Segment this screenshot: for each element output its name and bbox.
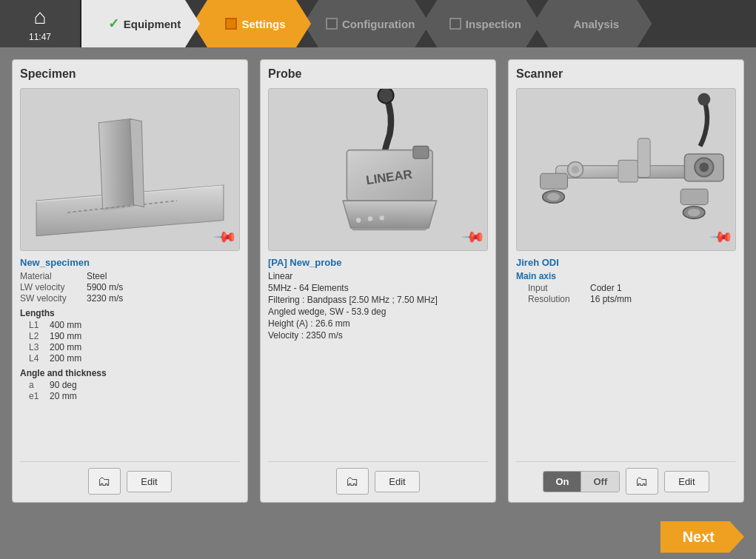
lw-value: 5900 m/s: [87, 282, 123, 292]
specimen-edit-button[interactable]: Edit: [127, 471, 171, 492]
tab-settings[interactable]: Settings: [193, 0, 311, 47]
svg-rect-24: [680, 189, 708, 204]
specimen-name: New_specimen: [20, 257, 240, 268]
on-button[interactable]: On: [543, 472, 581, 492]
lw-label: LW velocity: [20, 282, 87, 292]
scanner-image: 📌: [516, 88, 736, 251]
folder-icon: 🗂: [635, 474, 649, 489]
l1-label: L1: [20, 320, 50, 330]
svg-point-13: [368, 216, 372, 221]
clock-display: 11:47: [29, 32, 51, 42]
resolution-label: Resolution: [516, 294, 590, 304]
next-button[interactable]: Next: [660, 521, 744, 553]
l3-label: L3: [20, 342, 50, 352]
probe-name: [PA] New_probe: [268, 257, 488, 268]
svg-marker-11: [351, 228, 429, 230]
svg-rect-21: [541, 173, 568, 189]
material-label: Material: [20, 271, 87, 281]
svg-rect-17: [638, 138, 650, 178]
tab-configuration-label: Configuration: [342, 18, 415, 30]
home-button[interactable]: ⌂ 11:47: [0, 0, 81, 47]
svg-point-20: [700, 163, 709, 173]
folder-icon: 🗂: [98, 474, 111, 489]
input-label: Input: [516, 283, 590, 293]
off-button[interactable]: Off: [581, 472, 619, 492]
probe-wedge: Angled wedge, SW - 53.9 deg: [268, 307, 386, 317]
bottom-bar: Next: [0, 515, 756, 559]
folder-icon: 🗂: [346, 474, 359, 489]
svg-point-14: [380, 215, 384, 220]
l2-value: 190 mm: [50, 331, 81, 341]
main-axis-label: Main axis: [516, 271, 736, 281]
angle-title: Angle and thickness: [20, 368, 240, 378]
lengths-title: Lengths: [20, 308, 240, 318]
probe-card: Probe LINEAR: [260, 59, 496, 503]
e1-value: 20 mm: [50, 391, 77, 401]
probe-type: Linear: [268, 271, 292, 281]
svg-point-29: [572, 166, 580, 174]
scanner-actions: On Off 🗂 Edit: [516, 461, 736, 495]
probe-edit-button[interactable]: Edit: [375, 471, 419, 492]
specimen-info: New_specimen Material Steel LW velocity …: [20, 257, 240, 455]
specimen-card: Specimen: [12, 59, 248, 503]
square-icon: [225, 18, 237, 30]
svg-point-12: [356, 218, 361, 222]
svg-point-15: [698, 93, 710, 106]
a-label: a: [20, 380, 50, 390]
material-value: Steel: [87, 271, 107, 281]
l4-label: L4: [20, 353, 50, 364]
probe-title: Probe: [268, 67, 488, 81]
svg-point-6: [378, 89, 394, 103]
scanner-info: Jireh ODI Main axis Input Coder 1 Resolu…: [516, 257, 736, 455]
e1-label: e1: [20, 391, 50, 401]
probe-velocity: Velocity : 2350 m/s: [268, 330, 343, 341]
square-icon: [326, 18, 338, 30]
sw-value: 3230 m/s: [87, 293, 123, 304]
l2-label: L2: [20, 331, 50, 341]
probe-image: LINEAR 📌: [268, 88, 488, 251]
l4-value: 200 mm: [50, 353, 81, 364]
a-value: 90 deg: [50, 380, 77, 390]
resolution-value: 16 pts/mm: [590, 294, 632, 304]
specimen-folder-button[interactable]: 🗂: [88, 468, 121, 495]
square-icon: [449, 18, 461, 30]
l3-value: 200 mm: [50, 342, 81, 352]
svg-point-23: [547, 193, 560, 201]
specimen-illustration: [21, 89, 239, 250]
tab-equipment[interactable]: ✓ Equipment: [81, 0, 200, 47]
probe-freq: 5MHz - 64 Elements: [268, 283, 349, 293]
specimen-actions: 🗂 Edit: [20, 461, 240, 495]
probe-folder-button[interactable]: 🗂: [336, 468, 369, 495]
scanner-card: Scanner: [508, 59, 744, 503]
svg-marker-2: [98, 119, 133, 209]
tab-configuration[interactable]: Configuration: [304, 0, 429, 47]
probe-filtering: Filtering : Bandpass [2.50 MHz ; 7.50 MH…: [268, 295, 438, 305]
scanner-folder-button[interactable]: 🗂: [626, 468, 658, 495]
svg-point-26: [688, 209, 700, 217]
nav-tabs: ✓ Equipment Settings Configuration Inspe…: [81, 0, 756, 47]
svg-rect-10: [413, 146, 429, 158]
probe-height: Height (A) : 26.6 mm: [268, 318, 350, 329]
l1-value: 400 mm: [50, 320, 81, 330]
top-navigation: ⌂ 11:47 ✓ Equipment Settings Configurati…: [0, 0, 756, 47]
home-icon: ⌂: [34, 5, 47, 29]
tab-equipment-label: Equipment: [124, 18, 181, 30]
specimen-title: Specimen: [20, 67, 240, 81]
sw-label: SW velocity: [20, 293, 87, 304]
input-value: Coder 1: [590, 283, 622, 293]
svg-rect-27: [618, 160, 638, 182]
tab-analysis[interactable]: Analysis: [533, 0, 652, 47]
on-off-toggle: On Off: [543, 471, 620, 492]
scanner-title: Scanner: [516, 67, 736, 81]
scanner-name: Jireh ODI: [516, 257, 736, 268]
probe-info: [PA] New_probe Linear 5MHz - 64 Elements…: [268, 257, 488, 455]
probe-actions: 🗂 Edit: [268, 461, 488, 495]
scanner-illustration: [517, 89, 735, 250]
probe-illustration: LINEAR: [269, 89, 487, 250]
tab-analysis-label: Analysis: [573, 18, 619, 30]
specimen-image: 📌: [20, 88, 240, 251]
scanner-edit-button[interactable]: Edit: [664, 471, 709, 492]
tab-settings-label: Settings: [241, 18, 285, 30]
tab-inspection[interactable]: Inspection: [422, 0, 541, 47]
tab-inspection-label: Inspection: [466, 18, 521, 30]
